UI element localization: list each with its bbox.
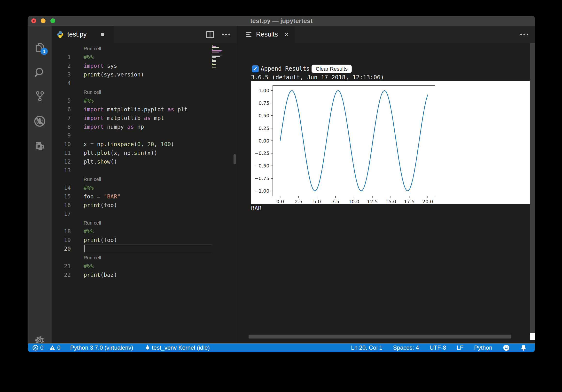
- clear-results-button[interactable]: Clear Results: [312, 65, 352, 73]
- run-cell-link[interactable]: Run cell: [83, 177, 101, 182]
- codelens-row[interactable]: Run cell: [52, 44, 237, 53]
- svg-text:0.0: 0.0: [276, 199, 284, 204]
- indentation-item[interactable]: Spaces: 4: [393, 343, 419, 352]
- language-mode-item[interactable]: Python: [474, 343, 492, 352]
- line-content: print(foo): [83, 201, 117, 210]
- close-tab-icon[interactable]: ✕: [284, 31, 289, 38]
- sine-plot: 0.02.55.07.510.012.515.017.520.01.000.75…: [251, 81, 531, 204]
- flame-icon: [144, 344, 150, 351]
- kernel-label: test_venv Kernel (idle): [152, 344, 210, 351]
- code-line[interactable]: 6import matplotlib.pyplot as plt: [52, 105, 237, 114]
- line-content: #%%: [83, 183, 94, 192]
- line-number: 14: [52, 183, 71, 192]
- code-line[interactable]: 22print(baz): [52, 270, 237, 279]
- code-line[interactable]: 21#%%: [52, 262, 237, 270]
- line-number: 19: [52, 236, 71, 244]
- code-line[interactable]: 16print(foo): [52, 201, 237, 210]
- line-content: print(sys.version): [83, 70, 144, 79]
- codelens-row[interactable]: Run cell: [52, 253, 237, 262]
- line-content: x = np.linspace(0, 20, 100): [83, 140, 174, 149]
- split-editor-icon[interactable]: [206, 31, 214, 38]
- append-results-checkbox[interactable]: ✓: [252, 65, 259, 72]
- line-content: Run cell: [83, 44, 101, 53]
- editor-sash-handle[interactable]: [234, 154, 236, 164]
- code-line[interactable]: 13: [52, 166, 237, 175]
- line-number: 9: [52, 131, 71, 140]
- code-line[interactable]: 5#%%: [52, 96, 237, 105]
- code-line[interactable]: 17: [52, 210, 237, 218]
- run-cell-link[interactable]: Run cell: [83, 220, 101, 225]
- source-control-icon[interactable]: [28, 87, 52, 105]
- line-number: [52, 175, 71, 183]
- minimap[interactable]: [211, 44, 222, 100]
- codelens-row[interactable]: Run cell: [52, 218, 237, 227]
- line-number: [52, 88, 71, 96]
- line-number: 13: [52, 166, 71, 175]
- run-cell-link[interactable]: Run cell: [83, 46, 101, 51]
- line-number: 7: [52, 114, 71, 123]
- encoding-item[interactable]: UTF-8: [430, 343, 446, 352]
- window-title: test.py — jupytertest: [28, 16, 535, 26]
- code-line[interactable]: 7import matplotlib as mpl: [52, 114, 237, 123]
- run-cell-link[interactable]: Run cell: [83, 90, 101, 95]
- line-number: 22: [52, 270, 71, 279]
- horizontal-scrollbar[interactable]: [248, 335, 511, 338]
- append-results-label: Append Results: [261, 65, 310, 72]
- error-icon: [32, 345, 38, 351]
- code-line[interactable]: 1#%%: [52, 53, 237, 61]
- run-cell-link[interactable]: Run cell: [83, 255, 101, 260]
- notifications-bell-icon[interactable]: [520, 343, 527, 352]
- line-number: [52, 218, 71, 227]
- explorer-icon[interactable]: 1: [28, 39, 52, 56]
- line-number: 5: [52, 96, 71, 105]
- code-tab-bar: test.py: [52, 26, 237, 43]
- tab-test-py[interactable]: test.py: [52, 26, 114, 43]
- warnings-count: 0: [57, 344, 60, 351]
- cursor-position-item[interactable]: Ln 20, Col 1: [351, 343, 382, 352]
- code-line[interactable]: 15foo = "BAR": [52, 192, 237, 201]
- debug-icon[interactable]: [28, 112, 52, 130]
- svg-text:7.5: 7.5: [332, 199, 340, 204]
- codelens-row[interactable]: Run cell: [52, 88, 237, 96]
- errors-count: 0: [40, 344, 43, 351]
- code-line[interactable]: 18#%%: [52, 227, 237, 236]
- dirty-indicator: [101, 33, 105, 36]
- code-line[interactable]: 19print(foo): [52, 236, 237, 244]
- code-line[interactable]: 11plt.plot(x, np.sin(x)): [52, 149, 237, 157]
- code-line[interactable]: 2import sys: [52, 61, 237, 70]
- more-actions-icon[interactable]: [222, 34, 230, 35]
- svg-text:0.50: 0.50: [258, 113, 269, 119]
- codelens-row[interactable]: Run cell: [52, 175, 237, 183]
- eol-item[interactable]: LF: [457, 343, 463, 352]
- line-content: import matplotlib.pyplot as plt: [83, 105, 187, 114]
- code-line[interactable]: 9: [52, 131, 237, 140]
- line-content: Run cell: [83, 175, 101, 183]
- code-line[interactable]: 14#%%: [52, 183, 237, 192]
- python-interpreter-item[interactable]: Python 3.7.0 (virtualenv): [70, 343, 133, 352]
- line-number: 1: [52, 53, 71, 61]
- code-line[interactable]: 10x = np.linspace(0, 20, 100): [52, 140, 237, 149]
- vertical-scrollbar[interactable]: [530, 43, 535, 336]
- line-number: 21: [52, 262, 71, 270]
- line-content: #%%: [83, 262, 94, 270]
- line-number: [52, 44, 71, 53]
- svg-text:−1.00: −1.00: [255, 188, 269, 194]
- svg-text:0.00: 0.00: [258, 138, 269, 144]
- results-more-actions-icon[interactable]: [520, 34, 528, 35]
- code-line[interactable]: 12plt.show(): [52, 157, 237, 166]
- svg-text:15.0: 15.0: [386, 199, 396, 204]
- code-rows[interactable]: Run cell1#%%2import sys3print(sys.versio…: [52, 44, 237, 279]
- results-content: ✓ Append Results Clear Results 3.6.5 (de…: [238, 43, 535, 343]
- kernel-status-item[interactable]: test_venv Kernel (idle): [144, 343, 210, 352]
- search-icon[interactable]: [28, 64, 52, 81]
- code-line[interactable]: 3print(sys.version): [52, 70, 237, 79]
- problems-indicator[interactable]: 0 0: [32, 343, 60, 352]
- workbench: 1: [28, 26, 535, 343]
- code-line[interactable]: 8import numpy as np: [52, 123, 237, 131]
- code-line[interactable]: 4: [52, 79, 237, 88]
- line-content: Run cell: [83, 88, 101, 96]
- code-line[interactable]: 20: [52, 244, 237, 253]
- feedback-smiley-icon[interactable]: [503, 343, 510, 352]
- tab-results[interactable]: Results ✕: [238, 26, 294, 43]
- extensions-icon[interactable]: [28, 137, 52, 155]
